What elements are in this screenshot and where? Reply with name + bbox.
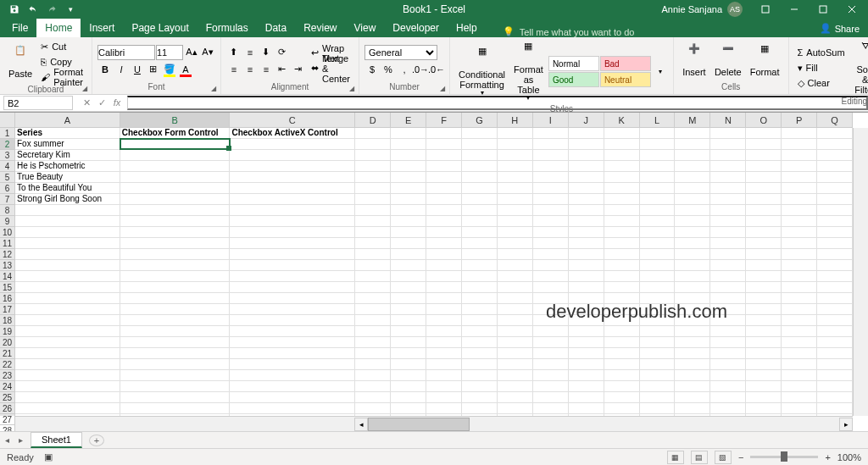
cell[interactable] bbox=[15, 381, 120, 392]
row-header[interactable]: 2 bbox=[0, 139, 15, 150]
cell[interactable] bbox=[426, 326, 462, 337]
row-header[interactable]: 19 bbox=[0, 326, 15, 337]
cell[interactable] bbox=[746, 128, 782, 139]
cell[interactable] bbox=[355, 139, 391, 150]
cell[interactable] bbox=[462, 271, 498, 282]
cell[interactable] bbox=[426, 315, 462, 326]
cell[interactable] bbox=[817, 348, 853, 359]
cell[interactable] bbox=[533, 150, 569, 161]
cell[interactable] bbox=[462, 128, 498, 139]
cell[interactable] bbox=[782, 359, 817, 370]
column-header[interactable]: A bbox=[15, 113, 120, 128]
cell[interactable] bbox=[462, 183, 498, 194]
cell[interactable] bbox=[710, 293, 746, 304]
cell[interactable] bbox=[120, 315, 231, 326]
row-header[interactable]: 5 bbox=[0, 172, 15, 183]
cell[interactable] bbox=[15, 370, 120, 381]
cell[interactable] bbox=[710, 194, 746, 205]
cell[interactable] bbox=[640, 227, 676, 238]
cell[interactable] bbox=[498, 304, 533, 315]
cell[interactable] bbox=[675, 370, 710, 381]
fill-color-button[interactable]: 🪣 bbox=[162, 62, 177, 77]
cell[interactable] bbox=[640, 150, 676, 161]
macro-record-icon[interactable]: ▣ bbox=[44, 451, 53, 462]
row-header[interactable]: 27 bbox=[0, 414, 15, 425]
cell[interactable] bbox=[782, 271, 817, 282]
cell[interactable] bbox=[746, 238, 782, 249]
cell[interactable] bbox=[569, 370, 604, 381]
cell[interactable] bbox=[355, 381, 391, 392]
cell[interactable] bbox=[355, 150, 391, 161]
cell[interactable] bbox=[604, 271, 640, 282]
cell[interactable] bbox=[675, 205, 710, 216]
cell[interactable] bbox=[426, 293, 462, 304]
cell[interactable] bbox=[230, 271, 355, 282]
cell[interactable] bbox=[355, 304, 391, 315]
cell[interactable] bbox=[569, 403, 604, 414]
cell[interactable] bbox=[120, 282, 231, 293]
cell[interactable] bbox=[817, 172, 853, 183]
cell[interactable] bbox=[533, 260, 569, 271]
cell[interactable] bbox=[426, 161, 462, 172]
cell[interactable] bbox=[569, 172, 604, 183]
cell[interactable] bbox=[533, 359, 569, 370]
cell[interactable] bbox=[675, 227, 710, 238]
sheet-next-icon[interactable]: ▸ bbox=[14, 435, 27, 445]
cell[interactable] bbox=[817, 370, 853, 381]
cell[interactable] bbox=[230, 161, 355, 172]
cell[interactable] bbox=[355, 293, 391, 304]
align-center-icon[interactable]: ≡ bbox=[242, 62, 258, 77]
cell[interactable] bbox=[426, 348, 462, 359]
cell[interactable] bbox=[426, 381, 462, 392]
cell[interactable] bbox=[230, 194, 355, 205]
cell[interactable] bbox=[355, 172, 391, 183]
cell[interactable] bbox=[710, 161, 746, 172]
cell[interactable] bbox=[355, 370, 391, 381]
cell[interactable] bbox=[640, 282, 676, 293]
cell[interactable] bbox=[120, 238, 231, 249]
cell[interactable] bbox=[640, 359, 676, 370]
cell[interactable] bbox=[675, 139, 710, 150]
cell[interactable] bbox=[120, 370, 231, 381]
cell[interactable] bbox=[817, 403, 853, 414]
cell[interactable] bbox=[640, 260, 676, 271]
cell[interactable] bbox=[391, 249, 426, 260]
cell[interactable] bbox=[426, 271, 462, 282]
cell[interactable] bbox=[426, 139, 462, 150]
cell[interactable] bbox=[710, 304, 746, 315]
cell[interactable] bbox=[533, 205, 569, 216]
cell[interactable] bbox=[498, 282, 533, 293]
cell[interactable] bbox=[710, 205, 746, 216]
cell[interactable] bbox=[498, 337, 533, 348]
cell[interactable] bbox=[230, 293, 355, 304]
cell[interactable]: Checkbox ActiveX Control bbox=[230, 128, 355, 139]
cell[interactable] bbox=[817, 139, 853, 150]
cell[interactable]: Checkbox Form Control bbox=[120, 128, 231, 139]
cell[interactable] bbox=[569, 348, 604, 359]
align-middle-icon[interactable]: ≡ bbox=[242, 45, 258, 60]
cell[interactable] bbox=[391, 150, 426, 161]
cell[interactable] bbox=[817, 128, 853, 139]
cell[interactable] bbox=[817, 381, 853, 392]
cell[interactable] bbox=[462, 139, 498, 150]
cell[interactable] bbox=[710, 260, 746, 271]
cell[interactable]: Secretary Kim bbox=[15, 150, 120, 161]
font-size-combo[interactable] bbox=[156, 45, 183, 60]
cell[interactable] bbox=[710, 326, 746, 337]
number-dialog-launcher[interactable]: ◢ bbox=[437, 83, 448, 93]
cell[interactable] bbox=[120, 403, 231, 414]
cell[interactable] bbox=[498, 205, 533, 216]
cell[interactable] bbox=[391, 337, 426, 348]
cell[interactable] bbox=[569, 238, 604, 249]
cell[interactable] bbox=[120, 161, 231, 172]
cell[interactable] bbox=[15, 348, 120, 359]
row-header[interactable]: 14 bbox=[0, 271, 15, 282]
cell[interactable] bbox=[120, 227, 231, 238]
cell[interactable] bbox=[533, 293, 569, 304]
cell[interactable] bbox=[817, 392, 853, 403]
cell[interactable] bbox=[120, 216, 231, 227]
cell[interactable] bbox=[498, 359, 533, 370]
cell[interactable] bbox=[230, 326, 355, 337]
cell[interactable] bbox=[817, 150, 853, 161]
cell[interactable] bbox=[675, 315, 710, 326]
